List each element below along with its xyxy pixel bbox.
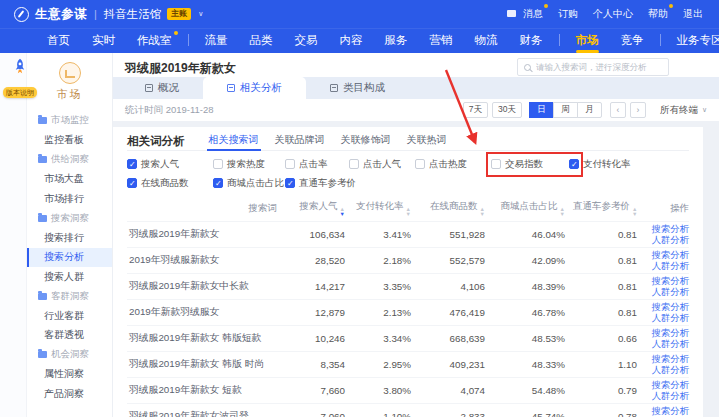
table-column-header[interactable]: 直通车参考价▲▼ xyxy=(565,195,637,222)
analysis-tab[interactable]: 相关分析 xyxy=(203,77,306,99)
table-column-header[interactable]: 搜索人气▲▼ xyxy=(277,195,345,222)
table-column-header[interactable]: 支付转化率▲▼ xyxy=(345,195,411,222)
sidebar-menu-item[interactable]: 客群透视 xyxy=(27,326,112,346)
sort-carets-icon[interactable]: ▲▼ xyxy=(632,207,637,216)
checkbox-icon[interactable] xyxy=(285,178,295,188)
audience-analysis-link[interactable]: 人群分析 xyxy=(645,235,689,246)
sort-carets-icon[interactable]: ▲▼ xyxy=(560,207,565,216)
related-word-tab[interactable]: 关联热词 xyxy=(407,133,447,151)
granularity-button[interactable]: 月 xyxy=(577,102,602,118)
sidebar-menu-item[interactable]: 供给洞察 xyxy=(27,150,112,170)
nav-item[interactable]: 服务 xyxy=(374,28,419,53)
related-word-tab[interactable]: 关联品牌词 xyxy=(275,133,325,151)
nav-item[interactable]: 流量 xyxy=(194,28,239,53)
checkbox-icon[interactable] xyxy=(213,178,223,188)
table-column-header[interactable]: 操作▲▼ xyxy=(637,195,689,222)
checkbox-icon[interactable] xyxy=(213,159,223,169)
audience-analysis-link[interactable]: 人群分析 xyxy=(645,391,689,402)
table-column-header[interactable]: 商城点击占比▲▼ xyxy=(485,195,565,222)
nav-item[interactable]: 实时 xyxy=(81,28,126,53)
granularity-button[interactable]: 周 xyxy=(553,102,578,118)
sort-carets-icon[interactable]: ▲▼ xyxy=(406,207,411,216)
sort-carets-icon[interactable]: ▲▼ xyxy=(340,207,345,216)
sidebar-menu-item[interactable]: 搜索洞察 xyxy=(27,209,112,229)
audience-analysis-link[interactable]: 人群分析 xyxy=(645,287,689,298)
sidebar-menu-item[interactable]: 监控看板 xyxy=(27,131,112,151)
sort-carets-icon[interactable]: ▲▼ xyxy=(480,207,485,216)
nav-item[interactable]: 首页 xyxy=(36,28,81,53)
audience-analysis-link[interactable]: 人群分析 xyxy=(645,365,689,376)
search-analysis-link[interactable]: 搜索分析 xyxy=(645,250,689,261)
chevron-down-icon[interactable]: ∨ xyxy=(198,10,203,18)
metric-filter-checkbox-item[interactable]: 点击人气 xyxy=(349,158,415,170)
nav-item[interactable]: 营销 xyxy=(419,28,464,53)
nav-item[interactable]: 交易 xyxy=(284,28,329,53)
brand-area[interactable]: 生意参谋 | 抖音生活馆 主账 ∨ xyxy=(14,6,203,23)
metric-filter-checkbox-item[interactable]: 搜索热度 xyxy=(213,158,285,170)
search-analysis-link[interactable]: 搜索分析 xyxy=(645,224,689,235)
metric-filter-checkbox-item[interactable]: 在线商品数 xyxy=(127,177,213,189)
metric-filter-checkbox-item[interactable]: 商城点击占比 xyxy=(213,177,285,189)
checkbox-icon[interactable] xyxy=(415,159,425,169)
sidebar-menu-item[interactable]: 市场排行 xyxy=(27,189,112,209)
metric-filter-checkbox-item[interactable]: 点击热度 xyxy=(415,158,491,170)
search-analysis-link[interactable]: 搜索分析 xyxy=(645,354,689,365)
metric-filter-checkbox-item[interactable]: 点击率 xyxy=(285,158,349,170)
pager-button[interactable]: ‹ xyxy=(610,102,626,118)
checkbox-icon[interactable] xyxy=(285,159,295,169)
version-notice-widget[interactable]: 版本说明 xyxy=(2,57,38,99)
header-link[interactable]: 订购 xyxy=(558,7,578,21)
search-analysis-link[interactable]: 搜索分析 xyxy=(645,380,689,391)
sidebar-menu-item[interactable]: 市场大盘 xyxy=(27,170,112,190)
sidebar-menu-item[interactable]: 机会洞察 xyxy=(27,345,112,365)
sidebar-menu-item[interactable]: 市场监控 xyxy=(27,111,112,131)
header-link[interactable]: 退出 xyxy=(683,7,703,21)
related-word-tab[interactable]: 关联修饰词 xyxy=(341,133,391,151)
header-link[interactable]: 消息 xyxy=(507,7,543,21)
nav-item[interactable]: 物流 xyxy=(464,28,509,53)
sidebar-menu-item[interactable]: 产品洞察 xyxy=(27,384,112,404)
checkbox-icon[interactable] xyxy=(127,159,137,169)
search-analysis-link[interactable]: 搜索分析 xyxy=(645,276,689,287)
metric-filter-checkbox-item[interactable]: 交易指数 xyxy=(491,158,569,170)
nav-item[interactable]: 业务专区 xyxy=(666,28,719,53)
sidebar-menu-item[interactable]: 搜索人群 xyxy=(27,267,112,287)
sidebar-menu-item[interactable]: 行业客群 xyxy=(27,306,112,326)
sidebar-menu-item[interactable]: 客群洞察 xyxy=(27,287,112,307)
nav-item[interactable]: 内容 xyxy=(329,28,374,53)
checkbox-icon[interactable] xyxy=(127,178,137,188)
sidebar-menu-item[interactable]: 属性洞察 xyxy=(27,365,112,385)
audience-analysis-link[interactable]: 人群分析 xyxy=(645,261,689,272)
metric-filter-checkbox-item[interactable]: 直通车参考价 xyxy=(285,177,349,189)
table-column-header[interactable]: 在线商品数▲▼ xyxy=(411,195,485,222)
nav-item[interactable]: 品类 xyxy=(239,28,284,53)
related-word-tab[interactable]: 相关搜索词 xyxy=(209,133,259,151)
header-link[interactable]: 个人中心 xyxy=(593,7,633,21)
keyword-search-box[interactable] xyxy=(517,58,669,76)
nav-item[interactable]: 竞争 xyxy=(610,28,655,53)
terminal-filter[interactable]: 所有终端 ∨ xyxy=(660,104,707,117)
nav-item[interactable]: 作战室 xyxy=(126,28,183,53)
search-analysis-link[interactable]: 搜索分析 xyxy=(645,406,689,417)
range-button[interactable]: 30天 xyxy=(492,102,522,118)
search-analysis-link[interactable]: 搜索分析 xyxy=(645,302,689,313)
search-input[interactable] xyxy=(536,62,662,72)
nav-item[interactable]: 财务 xyxy=(509,28,554,53)
metric-filter-checkbox-item[interactable]: 支付转化率 xyxy=(569,158,689,170)
checkbox-icon[interactable] xyxy=(491,159,501,169)
checkbox-icon[interactable] xyxy=(349,159,359,169)
version-badge[interactable]: 版本说明 xyxy=(3,87,37,98)
audience-analysis-link[interactable]: 人群分析 xyxy=(645,313,689,324)
search-analysis-link[interactable]: 搜索分析 xyxy=(645,328,689,339)
pager-button[interactable]: › xyxy=(630,102,646,118)
granularity-button[interactable]: 日 xyxy=(529,102,554,118)
sidebar-menu-item[interactable]: 搜索分析 xyxy=(27,248,112,268)
header-link[interactable]: 帮助 xyxy=(648,7,668,21)
sidebar-menu-item[interactable]: 搜索排行 xyxy=(27,228,112,248)
range-button[interactable]: 7天 xyxy=(463,102,488,118)
table-column-header[interactable]: 搜索词▲▼ xyxy=(127,195,277,222)
metric-filter-checkbox-item[interactable]: 搜索人气 xyxy=(127,158,213,170)
nav-item[interactable]: 市场 xyxy=(565,28,610,53)
audience-analysis-link[interactable]: 人群分析 xyxy=(645,339,689,350)
analysis-tab[interactable]: 类目构成 xyxy=(306,77,409,99)
